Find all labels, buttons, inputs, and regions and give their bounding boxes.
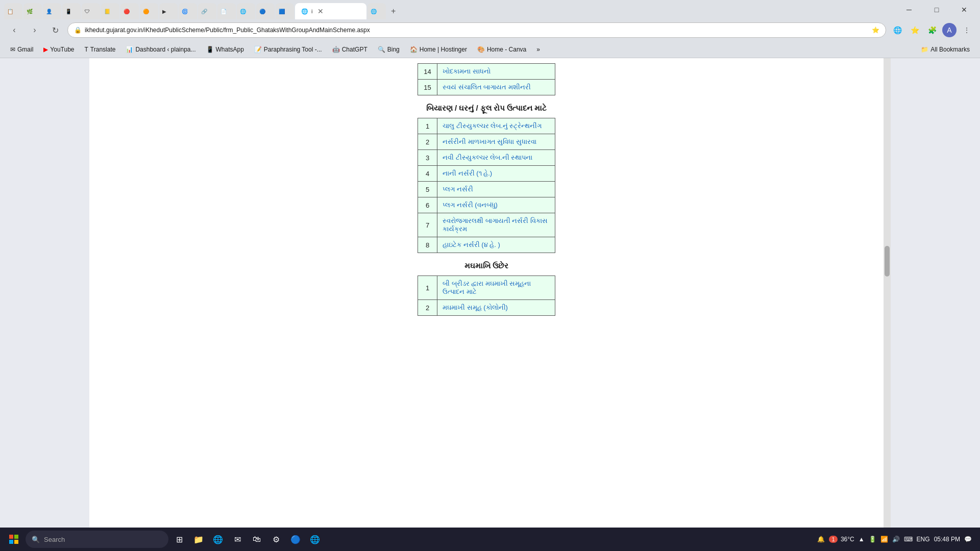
bookmark-canva[interactable]: 🎨 Home - Canva bbox=[473, 45, 530, 54]
maximize-button[interactable]: □ bbox=[925, 2, 948, 18]
chrome-taskbar-icon[interactable]: 🔵 bbox=[287, 530, 304, 549]
bookmark-bing[interactable]: 🔍 Bing bbox=[374, 45, 404, 54]
row-text[interactable]: ખોદકામના સાધનો bbox=[437, 64, 555, 80]
task-view-button[interactable]: ⊞ bbox=[170, 530, 188, 549]
row-text[interactable]: નાની નર્સરી (૧ હે.) bbox=[437, 166, 555, 182]
bookmark-chatgpt[interactable]: 🤖 ChatGPT bbox=[328, 45, 372, 54]
row-text[interactable]: બી બ્રીડર દ્વારા મઘમાખી સમૂહના ઉત્પાદન મ… bbox=[437, 276, 555, 300]
tab-item[interactable]: 🌀 bbox=[179, 3, 197, 19]
row-number: 15 bbox=[418, 80, 437, 95]
bookmark-icon[interactable]: ⭐ bbox=[908, 23, 922, 37]
taskbar-search[interactable]: 🔍 Search bbox=[26, 531, 168, 548]
row-text[interactable]: હાઇટેક નર્સરી (૪ હે. ) bbox=[437, 237, 555, 253]
menu-icon[interactable]: ⋮ bbox=[960, 23, 974, 37]
tab-item[interactable]: 📒 bbox=[101, 3, 119, 19]
bing-icon: 🔍 bbox=[378, 46, 385, 53]
tab-item[interactable]: 🟦 bbox=[276, 3, 294, 19]
profile-icon[interactable]: A bbox=[942, 23, 957, 37]
browser-taskbar-icon[interactable]: 🌐 bbox=[209, 530, 227, 549]
hostinger-icon: 🏠 bbox=[410, 46, 418, 53]
back-button[interactable]: ‹ bbox=[6, 22, 22, 38]
bookmark-whatsapp[interactable]: 📱 WhatsApp bbox=[202, 45, 248, 54]
tab-item[interactable]: 🌐 bbox=[368, 3, 386, 19]
row-number: 7 bbox=[418, 213, 437, 237]
row-text[interactable]: સ્વયં સંચાલિત બાગાયત મશીનરી bbox=[437, 80, 555, 95]
tab-item[interactable]: 🌐 bbox=[237, 3, 255, 19]
mail-taskbar-icon[interactable]: ✉ bbox=[229, 530, 246, 549]
row-text[interactable]: પ્લગ નર્સરી (વનબંધુ) bbox=[437, 197, 555, 213]
reload-button[interactable]: ↻ bbox=[47, 22, 63, 38]
table-2: 1 ચાલુ ટીસ્યુકલ્ચર લેબ.નું સ્ટ્રેન્થનીંગ… bbox=[418, 118, 555, 253]
extensions-icon[interactable]: 🧩 bbox=[925, 23, 939, 37]
section-3-heading: મઘમાખિ ઉછેર bbox=[344, 261, 629, 270]
tab-item[interactable]: 📋 bbox=[4, 3, 22, 19]
scrollbar-thumb[interactable] bbox=[885, 246, 890, 277]
system-icons[interactable]: ▲ bbox=[859, 536, 865, 543]
all-bookmarks-button[interactable]: 📁 All Bookmarks bbox=[917, 45, 974, 54]
tab-item[interactable]: 📱 bbox=[62, 3, 81, 19]
scrollbar[interactable] bbox=[884, 58, 891, 528]
search-icon: 🔍 bbox=[32, 536, 40, 543]
row-text[interactable]: પ્લગ નર્સરી bbox=[437, 182, 555, 197]
tab-item[interactable]: 🔵 bbox=[256, 3, 275, 19]
row-text[interactable]: નવી ટીસ્યુકલ્ચર લેબ.ની સ્થાપના bbox=[437, 150, 555, 166]
bookmarks-more-button[interactable]: » bbox=[532, 45, 544, 54]
new-tab-button[interactable]: + bbox=[387, 3, 403, 19]
tab-item[interactable]: 🔴 bbox=[120, 3, 139, 19]
bookmark-youtube[interactable]: ▶ YouTube bbox=[39, 45, 78, 54]
tab-active[interactable]: 🌐 i ✕ bbox=[295, 3, 366, 19]
left-sidebar bbox=[0, 58, 89, 528]
tab-item[interactable]: 🔗 bbox=[198, 3, 216, 19]
tab-item[interactable]: 👤 bbox=[43, 3, 61, 19]
bookmarks-bar: ✉ Gmail ▶ YouTube T Translate 📊 Dashboar… bbox=[0, 41, 980, 58]
tab-item[interactable]: 📄 bbox=[217, 3, 236, 19]
row-text[interactable]: ચાલુ ટીસ્યુકલ્ચર લેબ.નું સ્ટ્રેન્થનીંગ bbox=[437, 118, 555, 134]
row-text[interactable]: સ્વરોજગારલક્ષી બાગાયતી નર્સરી વિકાસ કાર્… bbox=[437, 213, 555, 237]
taskbar-right: 🔔 1 36°C ▲ 🔋 📶 🔊 ⌨ ENG 05:48 PM 💬 bbox=[813, 536, 976, 543]
edge-taskbar-icon[interactable]: 🌐 bbox=[306, 530, 324, 549]
bookmark-gmail[interactable]: ✉ Gmail bbox=[6, 45, 37, 54]
file-explorer-icon[interactable]: 📁 bbox=[190, 530, 207, 549]
tab-item[interactable]: 🟠 bbox=[140, 3, 158, 19]
svg-rect-1 bbox=[14, 535, 18, 539]
bookmark-paraphrasing[interactable]: 📝 Paraphrasing Tool -... bbox=[250, 45, 326, 54]
bookmark-hostinger[interactable]: 🏠 Home | Hostinger bbox=[406, 45, 471, 54]
tab-close-button[interactable]: ✕ bbox=[317, 7, 324, 15]
battery-icon: 🔋 bbox=[869, 536, 876, 543]
row-number: 2 bbox=[418, 134, 437, 150]
row-text[interactable]: નર્સરીની માળખાગત સુવિધા સુધારવા bbox=[437, 134, 555, 150]
minimize-button[interactable]: ─ bbox=[897, 2, 921, 18]
translate-icon[interactable]: 🌐 bbox=[890, 23, 904, 37]
table-row: 2 નર્સરીની માળખાગત સુવિધા સુધારવા bbox=[418, 134, 555, 150]
tab-item[interactable]: 🌿 bbox=[23, 3, 42, 19]
bookmark-translate[interactable]: T Translate bbox=[81, 45, 120, 54]
close-button[interactable]: ✕ bbox=[952, 2, 976, 18]
tab-item[interactable]: 🛡 bbox=[82, 3, 100, 19]
bookmark-dashboard[interactable]: 📊 Dashboard ‹ plainpa... bbox=[121, 45, 200, 54]
notification-center[interactable]: 💬 bbox=[964, 536, 972, 543]
notification-icon[interactable]: 🔔 bbox=[817, 536, 825, 543]
taskbar: 🔍 Search ⊞ 📁 🌐 ✉ 🛍 ⚙ 🔵 🌐 🔔 1 36°C ▲ 🔋 📶 bbox=[0, 528, 980, 551]
folder-icon: 📁 bbox=[921, 46, 928, 53]
tab-item[interactable]: ▶ bbox=[159, 3, 178, 19]
row-number: 5 bbox=[418, 182, 437, 197]
table-row: 8 હાઇટેક નર્સરી (૪ હે. ) bbox=[418, 237, 555, 253]
section-2-heading: બિયારણ / ઘરનું / ફૂલ રોપ ઉત્પાદન માટે bbox=[344, 104, 629, 113]
forward-button[interactable]: › bbox=[27, 22, 43, 38]
canva-icon: 🎨 bbox=[477, 46, 485, 53]
volume-icon: 🔊 bbox=[892, 536, 900, 543]
keyboard-icon: ⌨ bbox=[904, 536, 913, 543]
settings-taskbar-icon[interactable]: ⚙ bbox=[267, 530, 285, 549]
table-row: 5 પ્લગ નર્સરી bbox=[418, 182, 555, 197]
clock: 05:48 PM bbox=[934, 536, 960, 543]
table-3: 1 બી બ્રીડર દ્વારા મઘમાખી સમૂહના ઉત્પાદન… bbox=[418, 276, 555, 316]
url-bar[interactable]: 🔒 ikhedut.gujarat.gov.in/iKhedutPublicSc… bbox=[67, 22, 886, 38]
start-button[interactable] bbox=[4, 530, 23, 549]
table-row: 1 ચાલુ ટીસ્યુકલ્ચર લેબ.નું સ્ટ્રેન્થનીંગ bbox=[418, 118, 555, 134]
row-number: 3 bbox=[418, 150, 437, 166]
gmail-icon: ✉ bbox=[10, 46, 15, 53]
row-text[interactable]: મઘમાખી સમૂહ (કોલોની) bbox=[437, 300, 555, 316]
translate-bm-icon: T bbox=[85, 46, 88, 53]
url-text: ikhedut.gujarat.gov.in/iKhedutPublicSche… bbox=[85, 27, 869, 34]
store-taskbar-icon[interactable]: 🛍 bbox=[248, 530, 265, 549]
